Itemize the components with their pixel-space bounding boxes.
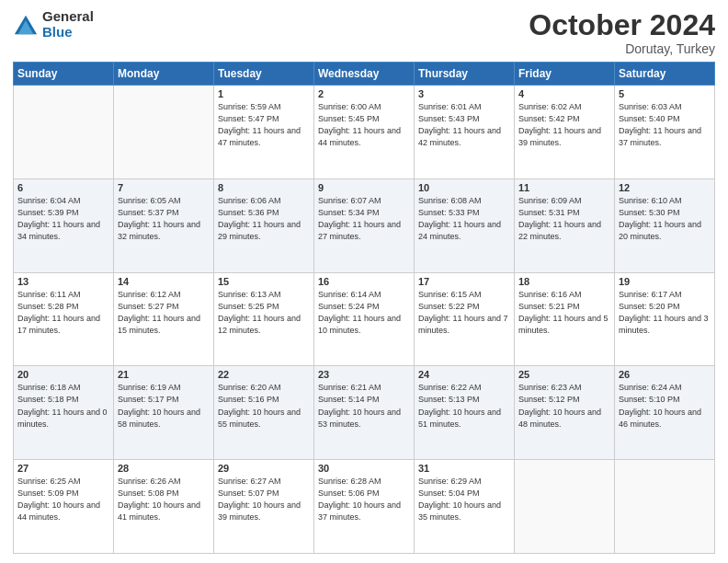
day-number: 20 [17, 369, 109, 380]
logo-text: General Blue [42, 9, 94, 40]
day-number: 16 [318, 276, 410, 287]
day-info: Sunrise: 6:22 AMSunset: 5:13 PMDaylight:… [418, 382, 510, 430]
day-number: 28 [118, 463, 210, 474]
day-info: Sunrise: 6:14 AMSunset: 5:24 PMDaylight:… [318, 289, 410, 337]
day-info: Sunrise: 6:01 AMSunset: 5:43 PMDaylight:… [418, 101, 510, 149]
location: Dorutay, Turkey [529, 41, 715, 56]
day-info: Sunrise: 6:28 AMSunset: 5:06 PMDaylight:… [318, 476, 410, 523]
day-info: Sunrise: 6:19 AMSunset: 5:17 PMDaylight:… [118, 382, 210, 430]
day-info: Sunrise: 6:23 AMSunset: 5:12 PMDaylight:… [518, 382, 610, 430]
calendar-cell: 13Sunrise: 6:11 AMSunset: 5:28 PMDayligh… [14, 272, 114, 366]
day-number: 27 [17, 463, 109, 474]
day-number: 5 [619, 88, 711, 99]
day-info: Sunrise: 6:29 AMSunset: 5:04 PMDaylight:… [418, 476, 510, 523]
calendar-cell: 17Sunrise: 6:15 AMSunset: 5:22 PMDayligh… [415, 272, 515, 366]
day-info: Sunrise: 6:03 AMSunset: 5:40 PMDaylight:… [619, 101, 711, 149]
day-number: 17 [418, 276, 510, 287]
day-number: 6 [17, 182, 109, 193]
day-info: Sunrise: 6:13 AMSunset: 5:25 PMDaylight:… [218, 289, 310, 337]
day-number: 30 [318, 463, 410, 474]
calendar-cell: 30Sunrise: 6:28 AMSunset: 5:06 PMDayligh… [314, 460, 415, 554]
calendar-cell: 26Sunrise: 6:24 AMSunset: 5:10 PMDayligh… [615, 366, 715, 460]
day-info: Sunrise: 6:07 AMSunset: 5:34 PMDaylight:… [318, 195, 410, 243]
day-info: Sunrise: 6:25 AMSunset: 5:09 PMDaylight:… [17, 476, 109, 523]
calendar-week-row: 1Sunrise: 5:59 AMSunset: 5:47 PMDaylight… [14, 86, 715, 179]
weekday-header-row: SundayMondayTuesdayWednesdayThursdayFrid… [14, 63, 715, 86]
day-number: 25 [518, 369, 610, 380]
day-info: Sunrise: 6:17 AMSunset: 5:20 PMDaylight:… [619, 289, 711, 337]
day-info: Sunrise: 6:05 AMSunset: 5:37 PMDaylight:… [118, 195, 210, 243]
calendar-cell: 20Sunrise: 6:18 AMSunset: 5:18 PMDayligh… [14, 366, 114, 460]
day-number: 14 [118, 276, 210, 287]
day-number: 9 [318, 182, 410, 193]
day-info: Sunrise: 6:00 AMSunset: 5:45 PMDaylight:… [318, 101, 410, 149]
day-number: 19 [619, 276, 711, 287]
day-info: Sunrise: 6:08 AMSunset: 5:33 PMDaylight:… [418, 195, 510, 243]
day-info: Sunrise: 6:21 AMSunset: 5:14 PMDaylight:… [318, 382, 410, 430]
day-info: Sunrise: 6:10 AMSunset: 5:30 PMDaylight:… [619, 195, 711, 243]
weekday-header-friday: Friday [515, 63, 615, 86]
weekday-header-tuesday: Tuesday [214, 63, 314, 86]
day-info: Sunrise: 6:24 AMSunset: 5:10 PMDaylight:… [619, 382, 711, 430]
day-info: Sunrise: 6:09 AMSunset: 5:31 PMDaylight:… [518, 195, 610, 243]
day-info: Sunrise: 6:27 AMSunset: 5:07 PMDaylight:… [218, 476, 310, 523]
calendar-cell: 11Sunrise: 6:09 AMSunset: 5:31 PMDayligh… [515, 178, 615, 272]
day-number: 26 [619, 369, 711, 380]
day-number: 18 [518, 276, 610, 287]
day-number: 21 [118, 369, 210, 380]
logo: General Blue [13, 9, 94, 40]
day-info: Sunrise: 6:02 AMSunset: 5:42 PMDaylight:… [518, 101, 610, 149]
day-number: 11 [518, 182, 610, 193]
day-info: Sunrise: 6:20 AMSunset: 5:16 PMDaylight:… [218, 382, 310, 430]
calendar-cell: 9Sunrise: 6:07 AMSunset: 5:34 PMDaylight… [314, 178, 415, 272]
day-number: 10 [418, 182, 510, 193]
calendar-cell: 24Sunrise: 6:22 AMSunset: 5:13 PMDayligh… [415, 366, 515, 460]
calendar-cell: 23Sunrise: 6:21 AMSunset: 5:14 PMDayligh… [314, 366, 415, 460]
calendar-cell: 4Sunrise: 6:02 AMSunset: 5:42 PMDaylight… [515, 86, 615, 179]
calendar-cell: 18Sunrise: 6:16 AMSunset: 5:21 PMDayligh… [515, 272, 615, 366]
day-info: Sunrise: 6:12 AMSunset: 5:27 PMDaylight:… [118, 289, 210, 337]
day-number: 8 [218, 182, 310, 193]
logo-icon [13, 12, 39, 38]
day-number: 4 [518, 88, 610, 99]
day-info: Sunrise: 6:26 AMSunset: 5:08 PMDaylight:… [118, 476, 210, 523]
calendar-cell: 29Sunrise: 6:27 AMSunset: 5:07 PMDayligh… [214, 460, 314, 554]
weekday-header-wednesday: Wednesday [314, 63, 415, 86]
calendar-cell: 8Sunrise: 6:06 AMSunset: 5:36 PMDaylight… [214, 178, 314, 272]
day-number: 1 [218, 88, 310, 99]
page: General Blue October 2024 Dorutay, Turke… [0, 0, 728, 563]
day-number: 3 [418, 88, 510, 99]
day-info: Sunrise: 6:16 AMSunset: 5:21 PMDaylight:… [518, 289, 610, 337]
weekday-header-saturday: Saturday [615, 63, 715, 86]
day-info: Sunrise: 6:15 AMSunset: 5:22 PMDaylight:… [418, 289, 510, 337]
calendar-cell: 16Sunrise: 6:14 AMSunset: 5:24 PMDayligh… [314, 272, 415, 366]
calendar-cell: 2Sunrise: 6:00 AMSunset: 5:45 PMDaylight… [314, 86, 415, 179]
day-info: Sunrise: 6:18 AMSunset: 5:18 PMDaylight:… [17, 382, 109, 430]
calendar-cell: 28Sunrise: 6:26 AMSunset: 5:08 PMDayligh… [114, 460, 214, 554]
calendar-cell: 14Sunrise: 6:12 AMSunset: 5:27 PMDayligh… [114, 272, 214, 366]
calendar-cell: 1Sunrise: 5:59 AMSunset: 5:47 PMDaylight… [214, 86, 314, 179]
calendar-cell: 3Sunrise: 6:01 AMSunset: 5:43 PMDaylight… [415, 86, 515, 179]
logo-general: General [42, 9, 94, 25]
day-info: Sunrise: 5:59 AMSunset: 5:47 PMDaylight:… [218, 101, 310, 149]
calendar-cell: 19Sunrise: 6:17 AMSunset: 5:20 PMDayligh… [615, 272, 715, 366]
weekday-header-thursday: Thursday [415, 63, 515, 86]
logo-blue: Blue [42, 25, 94, 40]
calendar-cell [615, 460, 715, 554]
calendar-cell: 15Sunrise: 6:13 AMSunset: 5:25 PMDayligh… [214, 272, 314, 366]
calendar-cell: 27Sunrise: 6:25 AMSunset: 5:09 PMDayligh… [14, 460, 114, 554]
day-number: 12 [619, 182, 711, 193]
calendar-cell: 7Sunrise: 6:05 AMSunset: 5:37 PMDaylight… [114, 178, 214, 272]
day-number: 13 [17, 276, 109, 287]
calendar-cell: 22Sunrise: 6:20 AMSunset: 5:16 PMDayligh… [214, 366, 314, 460]
calendar-cell: 12Sunrise: 6:10 AMSunset: 5:30 PMDayligh… [615, 178, 715, 272]
month-title: October 2024 [529, 9, 715, 41]
calendar-cell: 31Sunrise: 6:29 AMSunset: 5:04 PMDayligh… [415, 460, 515, 554]
top-section: General Blue October 2024 Dorutay, Turke… [13, 9, 715, 56]
day-number: 29 [218, 463, 310, 474]
calendar-cell: 5Sunrise: 6:03 AMSunset: 5:40 PMDaylight… [615, 86, 715, 179]
calendar-week-row: 6Sunrise: 6:04 AMSunset: 5:39 PMDaylight… [14, 178, 715, 272]
day-info: Sunrise: 6:06 AMSunset: 5:36 PMDaylight:… [218, 195, 310, 243]
calendar-cell [14, 86, 114, 179]
day-number: 23 [318, 369, 410, 380]
